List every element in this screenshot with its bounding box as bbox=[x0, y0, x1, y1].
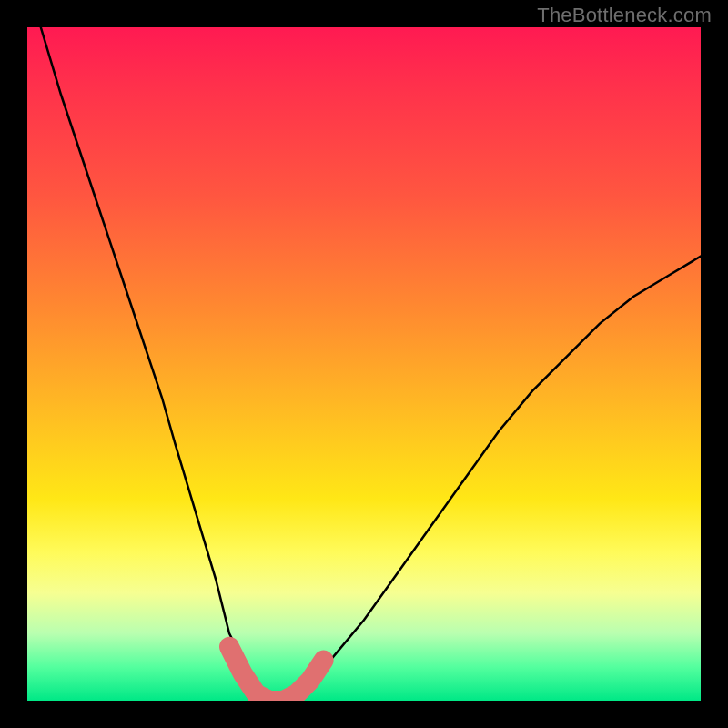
plot-area bbox=[27, 27, 701, 701]
highlight-region bbox=[229, 647, 324, 701]
chart-frame: TheBottleneck.com bbox=[0, 0, 728, 728]
curve-layer bbox=[27, 27, 701, 701]
watermark-text: TheBottleneck.com bbox=[537, 4, 712, 27]
bottleneck-curve bbox=[41, 27, 701, 701]
